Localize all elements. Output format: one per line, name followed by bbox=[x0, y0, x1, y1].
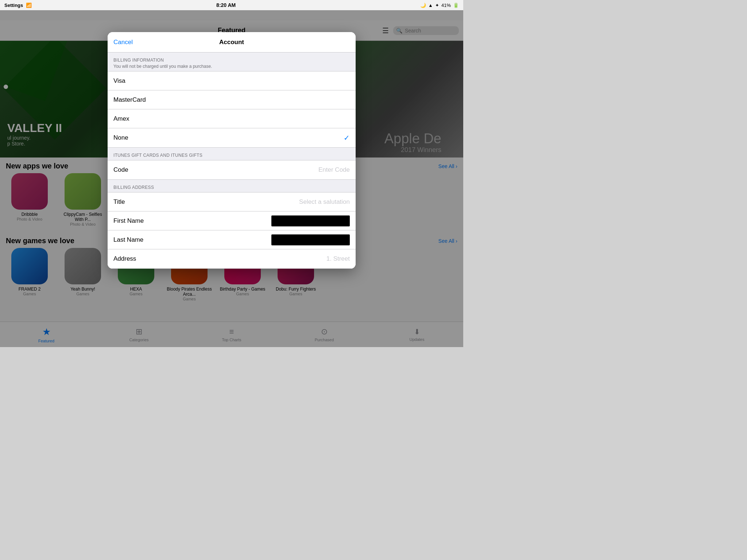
billing-address-section: BILLING ADDRESS bbox=[108, 180, 356, 192]
moon-icon: 🌙 bbox=[420, 3, 426, 8]
modal-title: Account bbox=[219, 39, 244, 46]
title-field-label: Title bbox=[113, 198, 299, 206]
payment-option-none[interactable]: None ✓ bbox=[108, 128, 356, 147]
address-label: Address bbox=[113, 255, 326, 262]
modal-header: Cancel Account bbox=[108, 32, 356, 52]
first-name-redacted bbox=[271, 215, 350, 226]
payment-option-mastercard[interactable]: MasterCard bbox=[108, 90, 356, 109]
payment-option-amex[interactable]: Amex bbox=[108, 109, 356, 128]
status-bar-left: Settings 📶 bbox=[4, 3, 32, 8]
payment-options-group: Visa MasterCard Amex None ✓ bbox=[108, 71, 356, 148]
code-row[interactable]: Code Enter Code bbox=[108, 160, 356, 179]
title-placeholder: Select a salutation bbox=[299, 198, 350, 206]
status-bar: Settings 📶 8:20 AM 🌙 ▲ ✦ 41% 🔋 bbox=[0, 0, 463, 10]
location-icon: ▲ bbox=[428, 3, 433, 8]
address-group: Title Select a salutation First Name Las… bbox=[108, 192, 356, 269]
payment-option-visa[interactable]: Visa bbox=[108, 71, 356, 90]
amex-label: Amex bbox=[113, 115, 350, 122]
settings-label: Settings bbox=[4, 3, 23, 8]
last-name-label: Last Name bbox=[113, 236, 271, 244]
time-display: 8:20 AM bbox=[216, 2, 236, 8]
battery-label: 41% bbox=[441, 3, 451, 8]
billing-address-label: BILLING ADDRESS bbox=[113, 185, 350, 190]
account-modal: Cancel Account BILLING INFORMATION You w… bbox=[108, 32, 356, 269]
title-row[interactable]: Title Select a salutation bbox=[108, 192, 356, 211]
address-placeholder: 1. Street bbox=[326, 255, 350, 262]
visa-label: Visa bbox=[113, 77, 350, 85]
checkmark-icon: ✓ bbox=[344, 133, 350, 142]
billing-info-sublabel: You will not be charged until you make a… bbox=[113, 64, 350, 69]
first-name-label: First Name bbox=[113, 217, 271, 225]
wifi-icon: 📶 bbox=[26, 3, 32, 8]
none-label: None bbox=[113, 134, 344, 141]
status-bar-right: 🌙 ▲ ✦ 41% 🔋 bbox=[420, 3, 459, 8]
bluetooth-icon: ✦ bbox=[435, 3, 439, 8]
code-label: Code bbox=[113, 166, 318, 174]
address-row[interactable]: Address 1. Street bbox=[108, 249, 356, 268]
code-group: Code Enter Code bbox=[108, 160, 356, 180]
cancel-button[interactable]: Cancel bbox=[113, 39, 133, 46]
battery-icon: 🔋 bbox=[453, 3, 459, 8]
first-name-row[interactable]: First Name bbox=[108, 211, 356, 230]
mastercard-label: MasterCard bbox=[113, 96, 350, 104]
last-name-redacted bbox=[271, 234, 350, 245]
billing-info-section: BILLING INFORMATION You will not be char… bbox=[108, 52, 356, 71]
itunes-section-label: ITUNES GIFT CARDS AND ITUNES GIFTS bbox=[113, 153, 350, 158]
itunes-section: ITUNES GIFT CARDS AND ITUNES GIFTS bbox=[108, 148, 356, 160]
billing-info-label: BILLING INFORMATION bbox=[113, 58, 350, 63]
last-name-row[interactable]: Last Name bbox=[108, 230, 356, 249]
code-placeholder: Enter Code bbox=[318, 166, 350, 174]
